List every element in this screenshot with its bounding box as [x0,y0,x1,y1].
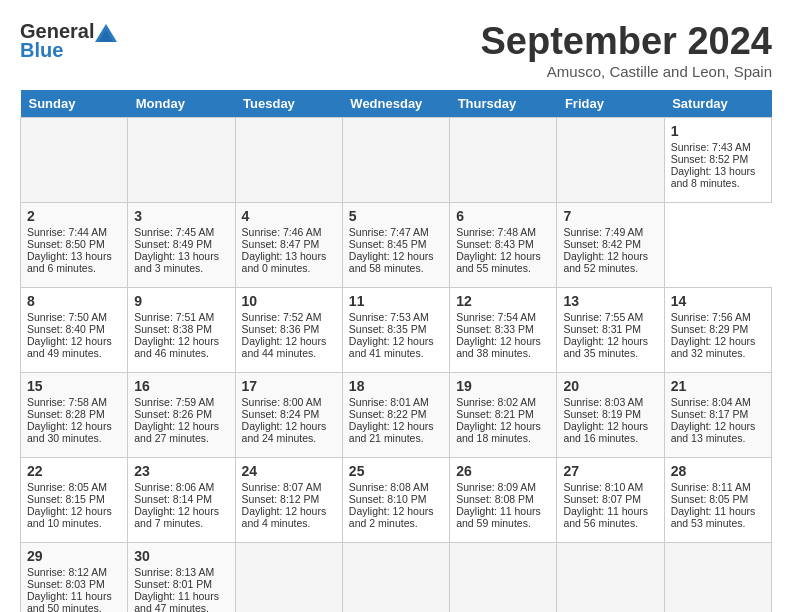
sunset-text: Sunset: 8:22 PM [349,408,443,420]
sunset-text: Sunset: 8:21 PM [456,408,550,420]
sunrise-text: Sunrise: 8:10 AM [563,481,657,493]
daylight-text: Daylight: 12 hours and 52 minutes. [563,250,657,274]
logo-blue-text: Blue [20,39,63,62]
sunset-text: Sunset: 8:05 PM [671,493,765,505]
sunset-text: Sunset: 8:12 PM [242,493,336,505]
day-number: 8 [27,293,121,309]
day-number: 22 [27,463,121,479]
sunset-text: Sunset: 8:08 PM [456,493,550,505]
weekday-header: Tuesday [235,90,342,118]
day-number: 14 [671,293,765,309]
title-area: September 2024 Amusco, Castille and Leon… [481,20,773,80]
sunrise-text: Sunrise: 8:09 AM [456,481,550,493]
daylight-text: Daylight: 12 hours and 46 minutes. [134,335,228,359]
calendar-day-cell: 3Sunrise: 7:45 AMSunset: 8:49 PMDaylight… [128,203,235,288]
daylight-text: Daylight: 11 hours and 47 minutes. [134,590,228,612]
daylight-text: Daylight: 12 hours and 10 minutes. [27,505,121,529]
weekday-header: Saturday [664,90,771,118]
sunrise-text: Sunrise: 7:55 AM [563,311,657,323]
calendar-day-cell: 16Sunrise: 7:59 AMSunset: 8:26 PMDayligh… [128,373,235,458]
sunrise-text: Sunrise: 8:02 AM [456,396,550,408]
calendar-day-cell: 4Sunrise: 7:46 AMSunset: 8:47 PMDaylight… [235,203,342,288]
day-number: 25 [349,463,443,479]
daylight-text: Daylight: 12 hours and 32 minutes. [671,335,765,359]
daylight-text: Daylight: 11 hours and 56 minutes. [563,505,657,529]
sunrise-text: Sunrise: 8:06 AM [134,481,228,493]
day-number: 26 [456,463,550,479]
day-number: 11 [349,293,443,309]
daylight-text: Daylight: 12 hours and 16 minutes. [563,420,657,444]
calendar-day-cell: 1Sunrise: 7:43 AMSunset: 8:52 PMDaylight… [664,118,771,203]
sunset-text: Sunset: 8:31 PM [563,323,657,335]
sunrise-text: Sunrise: 7:53 AM [349,311,443,323]
daylight-text: Daylight: 12 hours and 24 minutes. [242,420,336,444]
sunrise-text: Sunrise: 7:49 AM [563,226,657,238]
calendar-day-cell: 11Sunrise: 7:53 AMSunset: 8:35 PMDayligh… [342,288,449,373]
sunrise-text: Sunrise: 8:12 AM [27,566,121,578]
day-number: 28 [671,463,765,479]
sunset-text: Sunset: 8:35 PM [349,323,443,335]
sunset-text: Sunset: 8:24 PM [242,408,336,420]
sunrise-text: Sunrise: 7:51 AM [134,311,228,323]
calendar-day-cell [557,543,664,613]
calendar-day-cell: 25Sunrise: 8:08 AMSunset: 8:10 PMDayligh… [342,458,449,543]
day-number: 19 [456,378,550,394]
daylight-text: Daylight: 12 hours and 27 minutes. [134,420,228,444]
location-title: Amusco, Castille and Leon, Spain [481,63,773,80]
day-number: 5 [349,208,443,224]
calendar-day-cell: 22Sunrise: 8:05 AMSunset: 8:15 PMDayligh… [21,458,128,543]
calendar-week-row: 29Sunrise: 8:12 AMSunset: 8:03 PMDayligh… [21,543,772,613]
sunrise-text: Sunrise: 8:13 AM [134,566,228,578]
calendar-day-cell: 6Sunrise: 7:48 AMSunset: 8:43 PMDaylight… [450,203,557,288]
day-number: 30 [134,548,228,564]
calendar-day-cell: 29Sunrise: 8:12 AMSunset: 8:03 PMDayligh… [21,543,128,613]
daylight-text: Daylight: 12 hours and 58 minutes. [349,250,443,274]
calendar-day-cell [342,118,449,203]
calendar-day-cell: 23Sunrise: 8:06 AMSunset: 8:14 PMDayligh… [128,458,235,543]
sunrise-text: Sunrise: 8:11 AM [671,481,765,493]
sunrise-text: Sunrise: 8:08 AM [349,481,443,493]
daylight-text: Daylight: 12 hours and 7 minutes. [134,505,228,529]
sunset-text: Sunset: 8:17 PM [671,408,765,420]
day-number: 9 [134,293,228,309]
calendar-day-cell [235,118,342,203]
calendar-header-row: SundayMondayTuesdayWednesdayThursdayFrid… [21,90,772,118]
sunset-text: Sunset: 8:38 PM [134,323,228,335]
calendar-day-cell: 7Sunrise: 7:49 AMSunset: 8:42 PMDaylight… [557,203,664,288]
daylight-text: Daylight: 12 hours and 30 minutes. [27,420,121,444]
sunset-text: Sunset: 8:45 PM [349,238,443,250]
sunrise-text: Sunrise: 7:45 AM [134,226,228,238]
sunrise-text: Sunrise: 7:46 AM [242,226,336,238]
day-number: 21 [671,378,765,394]
day-number: 7 [563,208,657,224]
sunrise-text: Sunrise: 7:47 AM [349,226,443,238]
day-number: 27 [563,463,657,479]
daylight-text: Daylight: 11 hours and 59 minutes. [456,505,550,529]
calendar-day-cell [21,118,128,203]
sunrise-text: Sunrise: 7:59 AM [134,396,228,408]
calendar-day-cell: 26Sunrise: 8:09 AMSunset: 8:08 PMDayligh… [450,458,557,543]
day-number: 29 [27,548,121,564]
calendar-day-cell: 13Sunrise: 7:55 AMSunset: 8:31 PMDayligh… [557,288,664,373]
day-number: 24 [242,463,336,479]
calendar-table: SundayMondayTuesdayWednesdayThursdayFrid… [20,90,772,612]
calendar-week-row: 15Sunrise: 7:58 AMSunset: 8:28 PMDayligh… [21,373,772,458]
calendar-day-cell [128,118,235,203]
calendar-day-cell: 15Sunrise: 7:58 AMSunset: 8:28 PMDayligh… [21,373,128,458]
daylight-text: Daylight: 12 hours and 2 minutes. [349,505,443,529]
sunrise-text: Sunrise: 7:44 AM [27,226,121,238]
day-number: 4 [242,208,336,224]
day-number: 12 [456,293,550,309]
day-number: 20 [563,378,657,394]
sunrise-text: Sunrise: 7:48 AM [456,226,550,238]
daylight-text: Daylight: 12 hours and 44 minutes. [242,335,336,359]
daylight-text: Daylight: 12 hours and 21 minutes. [349,420,443,444]
calendar-day-cell: 19Sunrise: 8:02 AMSunset: 8:21 PMDayligh… [450,373,557,458]
sunrise-text: Sunrise: 7:54 AM [456,311,550,323]
sunrise-text: Sunrise: 7:50 AM [27,311,121,323]
sunrise-text: Sunrise: 7:43 AM [671,141,765,153]
sunset-text: Sunset: 8:40 PM [27,323,121,335]
weekday-header: Monday [128,90,235,118]
calendar-day-cell: 21Sunrise: 8:04 AMSunset: 8:17 PMDayligh… [664,373,771,458]
sunset-text: Sunset: 8:26 PM [134,408,228,420]
